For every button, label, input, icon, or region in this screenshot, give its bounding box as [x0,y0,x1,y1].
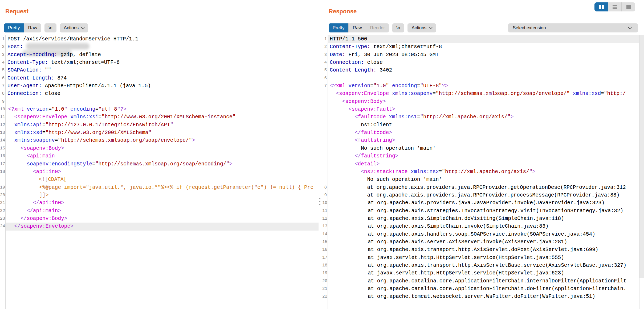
code-line: <![CDATA[ [0,176,319,183]
panel-resize-handle grip-dots-icon[interactable] [319,198,320,205]
code-line: 21 at org.apache.catalina.core.Applicati… [322,285,639,293]
select-extension-label: Select extension... [508,25,621,31]
single-panel-layout-icon[interactable] [622,2,635,11]
line-number: 21 [322,285,328,293]
line-number [322,176,328,183]
code-line: 11 at org.apache.axis.strategies.Invocat… [322,207,639,215]
line-number: 24 [0,223,6,230]
response-view-tabs: PrettyRawRender [329,23,389,32]
tab-raw[interactable]: Raw [349,23,366,32]
line-number: 17 [322,254,328,262]
code-line: 19 at javax.servlet.http.HttpServlet.ser… [322,269,639,277]
code-line: No such operation 'main' [322,176,639,183]
code-line: 17 soapenv:encodingStyle="http://schemas… [0,160,319,168]
code-line: 22 at org.apache.tomcat.websocket.server… [322,293,639,300]
actions-label: Actions [411,25,426,31]
code-line: 20 at org.apache.catalina.core.Applicati… [322,277,639,285]
line-number [322,90,328,98]
line-number: 23 [0,215,6,223]
line-number: 19 [322,269,328,277]
code-line: 1POST /axis/services/RandomService HTTP/… [0,35,319,43]
line-number [322,145,328,152]
tab-raw[interactable]: Raw [24,23,41,32]
code-line: 16 <api:main [0,152,319,160]
line-number: 9 [322,191,328,199]
line-number [322,152,328,160]
line-number: 9 [0,98,5,106]
code-line: 4Content-Type: text/xml;charset=UTF-8 [0,59,319,66]
line-number: 1 [322,35,328,43]
line-number [322,129,328,137]
line-number: 13 [322,223,328,230]
rows-layout-icon[interactable] [608,2,622,11]
response-actions-button[interactable]: Actions [407,23,436,32]
line-number [322,160,328,168]
request-panel: Request PrettyRaw \n Actions 1POST /axis… [0,0,319,309]
line-number: 18 [0,168,6,176]
line-number: 4 [0,59,5,66]
code-line: 5Content-Length: 3402 [322,66,639,74]
line-number: 18 [322,262,328,269]
line-number: 16 [0,152,6,160]
line-number: 15 [0,145,6,152]
code-line: 11 <soapenv:Envelope xmlns:xsi="http://w… [0,113,319,121]
request-editor[interactable]: 1POST /axis/services/RandomService HTTP/… [0,35,319,309]
code-line: 3Accept-Encoding: gzip, deflate [0,51,319,59]
select-extension-dropdown[interactable]: Select extension... [508,23,638,32]
response-panel: Response PrettyRawRender \n Actions Sele… [322,0,644,309]
tab-render[interactable]: Render [366,23,389,32]
code-line: 24 </soapenv:Envelope> [0,223,319,230]
line-number: 3 [322,51,328,59]
code-line: 9 at org.apache.axis.providers.java.RPCP… [322,191,639,199]
line-number: 6 [0,74,5,82]
code-line: </faultstring> [322,152,639,160]
line-number [322,106,328,113]
line-number: 8 [0,90,5,98]
line-number: 20 [0,191,6,199]
line-number: 20 [322,277,328,285]
code-line: 7<?xml version="1.0" encoding="UTF-8"?> [322,82,639,90]
response-scrollbar[interactable] [639,35,644,309]
code-line: 14 at org.apache.axis.handlers.soap.SOAP… [322,231,639,238]
code-line: 3Date: Fri, 30 Jun 2023 08:05:45 GMT [322,51,639,59]
code-line: <faultstring> [322,137,639,144]
request-actions-button[interactable]: Actions [60,23,88,32]
code-line: 6Content-Length: 874 [0,74,319,82]
newline-toggle-button[interactable]: \n [392,23,404,32]
line-number: 7 [0,82,5,90]
code-line: <soapenv:Body> [322,98,639,106]
code-line: <soapenv:Fault> [322,106,639,113]
line-number: 7 [322,82,328,90]
scrollbar-thumb[interactable] [639,35,644,278]
request-title: Request [5,8,28,15]
newline-toggle-button[interactable]: \n [44,23,56,32]
line-number [0,176,5,183]
line-number: 19 [0,184,6,191]
response-toolbar: PrettyRawRender \n Actions [329,23,436,32]
code-line: 20 ]]> [0,191,319,199]
line-number: 12 [322,215,328,223]
code-line: 1HTTP/1.1 500 [322,35,639,43]
line-number: 14 [0,137,6,144]
tab-pretty[interactable]: Pretty [4,23,24,32]
columns-layout-icon[interactable] [594,2,608,11]
code-line: 22 </api:main> [0,207,319,215]
code-line: 14 xmlns:soapenv="http://schemas.xmlsoap… [0,137,319,144]
line-number: 17 [0,160,6,168]
request-toolbar: PrettyRaw \n Actions [4,23,88,32]
code-line: <detail> [322,160,639,168]
code-line: <faultcode xmlns:ns1="http://xml.apache.… [322,113,639,121]
layout-toggle-group [594,2,635,11]
code-line: <soapenv:Envelope xmlns:soapenv="http://… [322,90,639,98]
chevron-down-icon [81,25,85,29]
response-editor[interactable]: 1HTTP/1.1 5002Content-Type: text/xml;cha… [322,35,639,309]
line-number: 10 [322,199,328,207]
tab-pretty[interactable]: Pretty [329,23,349,32]
code-line: 18 at org.apache.axis.transport.http.Axi… [322,262,639,269]
actions-label: Actions [64,25,79,31]
code-line: 12 at org.apache.axis.SimpleChain.doVisi… [322,215,639,223]
line-number: 11 [0,113,6,121]
code-line: 18 <api:in0> [0,168,319,176]
code-line: 2Content-Type: text/xml;charset=utf-8 [322,43,639,51]
code-line: 10 at org.apache.axis.providers.java.Jav… [322,199,639,207]
